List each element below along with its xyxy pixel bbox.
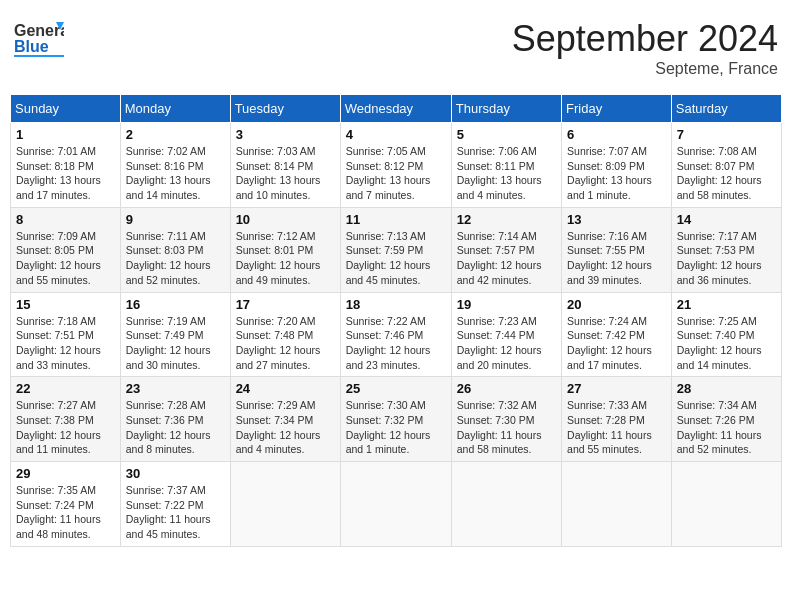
day-info: Sunrise: 7:09 AMSunset: 8:05 PMDaylight:… (16, 229, 115, 288)
col-tuesday: Tuesday (230, 95, 340, 123)
calendar-cell: 23Sunrise: 7:28 AMSunset: 7:36 PMDayligh… (120, 377, 230, 462)
svg-text:General: General (14, 22, 64, 39)
day-number: 7 (677, 127, 776, 142)
day-number: 1 (16, 127, 115, 142)
day-info: Sunrise: 7:14 AMSunset: 7:57 PMDaylight:… (457, 229, 556, 288)
logo-icon: General Blue (14, 18, 64, 58)
calendar-cell: 12Sunrise: 7:14 AMSunset: 7:57 PMDayligh… (451, 207, 561, 292)
calendar-cell (340, 462, 451, 547)
day-info: Sunrise: 7:11 AMSunset: 8:03 PMDaylight:… (126, 229, 225, 288)
day-info: Sunrise: 7:37 AMSunset: 7:22 PMDaylight:… (126, 483, 225, 542)
calendar-cell: 8Sunrise: 7:09 AMSunset: 8:05 PMDaylight… (11, 207, 121, 292)
title-block: September 2024 Septeme, France (512, 18, 778, 78)
calendar-cell: 4Sunrise: 7:05 AMSunset: 8:12 PMDaylight… (340, 123, 451, 208)
day-number: 6 (567, 127, 666, 142)
day-info: Sunrise: 7:19 AMSunset: 7:49 PMDaylight:… (126, 314, 225, 373)
day-number: 25 (346, 381, 446, 396)
header-row: Sunday Monday Tuesday Wednesday Thursday… (11, 95, 782, 123)
calendar-cell (671, 462, 781, 547)
calendar-cell: 2Sunrise: 7:02 AMSunset: 8:16 PMDaylight… (120, 123, 230, 208)
calendar-cell (562, 462, 672, 547)
calendar-week-2: 8Sunrise: 7:09 AMSunset: 8:05 PMDaylight… (11, 207, 782, 292)
col-friday: Friday (562, 95, 672, 123)
day-info: Sunrise: 7:16 AMSunset: 7:55 PMDaylight:… (567, 229, 666, 288)
calendar-cell: 25Sunrise: 7:30 AMSunset: 7:32 PMDayligh… (340, 377, 451, 462)
day-number: 11 (346, 212, 446, 227)
day-info: Sunrise: 7:29 AMSunset: 7:34 PMDaylight:… (236, 398, 335, 457)
day-number: 24 (236, 381, 335, 396)
day-number: 30 (126, 466, 225, 481)
day-info: Sunrise: 7:28 AMSunset: 7:36 PMDaylight:… (126, 398, 225, 457)
calendar-week-3: 15Sunrise: 7:18 AMSunset: 7:51 PMDayligh… (11, 292, 782, 377)
day-number: 3 (236, 127, 335, 142)
col-monday: Monday (120, 95, 230, 123)
day-info: Sunrise: 7:13 AMSunset: 7:59 PMDaylight:… (346, 229, 446, 288)
col-thursday: Thursday (451, 95, 561, 123)
day-number: 16 (126, 297, 225, 312)
day-number: 17 (236, 297, 335, 312)
day-info: Sunrise: 7:18 AMSunset: 7:51 PMDaylight:… (16, 314, 115, 373)
day-info: Sunrise: 7:22 AMSunset: 7:46 PMDaylight:… (346, 314, 446, 373)
calendar-location: Septeme, France (512, 60, 778, 78)
svg-text:Blue: Blue (14, 38, 49, 55)
calendar-cell (230, 462, 340, 547)
calendar-cell: 26Sunrise: 7:32 AMSunset: 7:30 PMDayligh… (451, 377, 561, 462)
day-info: Sunrise: 7:01 AMSunset: 8:18 PMDaylight:… (16, 144, 115, 203)
day-number: 29 (16, 466, 115, 481)
day-info: Sunrise: 7:23 AMSunset: 7:44 PMDaylight:… (457, 314, 556, 373)
calendar-cell: 28Sunrise: 7:34 AMSunset: 7:26 PMDayligh… (671, 377, 781, 462)
day-info: Sunrise: 7:08 AMSunset: 8:07 PMDaylight:… (677, 144, 776, 203)
day-info: Sunrise: 7:07 AMSunset: 8:09 PMDaylight:… (567, 144, 666, 203)
calendar-cell: 20Sunrise: 7:24 AMSunset: 7:42 PMDayligh… (562, 292, 672, 377)
day-info: Sunrise: 7:06 AMSunset: 8:11 PMDaylight:… (457, 144, 556, 203)
calendar-cell: 1Sunrise: 7:01 AMSunset: 8:18 PMDaylight… (11, 123, 121, 208)
day-number: 10 (236, 212, 335, 227)
calendar-cell: 17Sunrise: 7:20 AMSunset: 7:48 PMDayligh… (230, 292, 340, 377)
calendar-title: September 2024 (512, 18, 778, 60)
day-info: Sunrise: 7:30 AMSunset: 7:32 PMDaylight:… (346, 398, 446, 457)
day-number: 26 (457, 381, 556, 396)
day-number: 14 (677, 212, 776, 227)
calendar-cell: 22Sunrise: 7:27 AMSunset: 7:38 PMDayligh… (11, 377, 121, 462)
calendar-cell: 3Sunrise: 7:03 AMSunset: 8:14 PMDaylight… (230, 123, 340, 208)
day-number: 13 (567, 212, 666, 227)
page-header: General Blue September 2024 Septeme, Fra… (10, 10, 782, 86)
day-number: 18 (346, 297, 446, 312)
calendar-cell: 11Sunrise: 7:13 AMSunset: 7:59 PMDayligh… (340, 207, 451, 292)
day-info: Sunrise: 7:24 AMSunset: 7:42 PMDaylight:… (567, 314, 666, 373)
day-info: Sunrise: 7:17 AMSunset: 7:53 PMDaylight:… (677, 229, 776, 288)
day-info: Sunrise: 7:03 AMSunset: 8:14 PMDaylight:… (236, 144, 335, 203)
calendar-cell: 18Sunrise: 7:22 AMSunset: 7:46 PMDayligh… (340, 292, 451, 377)
calendar-cell: 15Sunrise: 7:18 AMSunset: 7:51 PMDayligh… (11, 292, 121, 377)
day-number: 9 (126, 212, 225, 227)
day-number: 28 (677, 381, 776, 396)
calendar-cell: 14Sunrise: 7:17 AMSunset: 7:53 PMDayligh… (671, 207, 781, 292)
calendar-cell: 21Sunrise: 7:25 AMSunset: 7:40 PMDayligh… (671, 292, 781, 377)
day-number: 4 (346, 127, 446, 142)
day-number: 22 (16, 381, 115, 396)
calendar-week-4: 22Sunrise: 7:27 AMSunset: 7:38 PMDayligh… (11, 377, 782, 462)
day-info: Sunrise: 7:34 AMSunset: 7:26 PMDaylight:… (677, 398, 776, 457)
calendar-cell: 27Sunrise: 7:33 AMSunset: 7:28 PMDayligh… (562, 377, 672, 462)
calendar-cell: 30Sunrise: 7:37 AMSunset: 7:22 PMDayligh… (120, 462, 230, 547)
col-saturday: Saturday (671, 95, 781, 123)
col-sunday: Sunday (11, 95, 121, 123)
calendar-cell: 10Sunrise: 7:12 AMSunset: 8:01 PMDayligh… (230, 207, 340, 292)
day-info: Sunrise: 7:33 AMSunset: 7:28 PMDaylight:… (567, 398, 666, 457)
calendar-cell: 9Sunrise: 7:11 AMSunset: 8:03 PMDaylight… (120, 207, 230, 292)
day-number: 21 (677, 297, 776, 312)
day-number: 23 (126, 381, 225, 396)
calendar-cell: 16Sunrise: 7:19 AMSunset: 7:49 PMDayligh… (120, 292, 230, 377)
day-info: Sunrise: 7:02 AMSunset: 8:16 PMDaylight:… (126, 144, 225, 203)
day-number: 20 (567, 297, 666, 312)
logo: General Blue (14, 18, 64, 58)
day-number: 19 (457, 297, 556, 312)
calendar-cell (451, 462, 561, 547)
day-number: 8 (16, 212, 115, 227)
calendar-cell: 24Sunrise: 7:29 AMSunset: 7:34 PMDayligh… (230, 377, 340, 462)
calendar-cell: 19Sunrise: 7:23 AMSunset: 7:44 PMDayligh… (451, 292, 561, 377)
day-number: 12 (457, 212, 556, 227)
calendar-table: Sunday Monday Tuesday Wednesday Thursday… (10, 94, 782, 547)
calendar-week-1: 1Sunrise: 7:01 AMSunset: 8:18 PMDaylight… (11, 123, 782, 208)
calendar-cell: 6Sunrise: 7:07 AMSunset: 8:09 PMDaylight… (562, 123, 672, 208)
